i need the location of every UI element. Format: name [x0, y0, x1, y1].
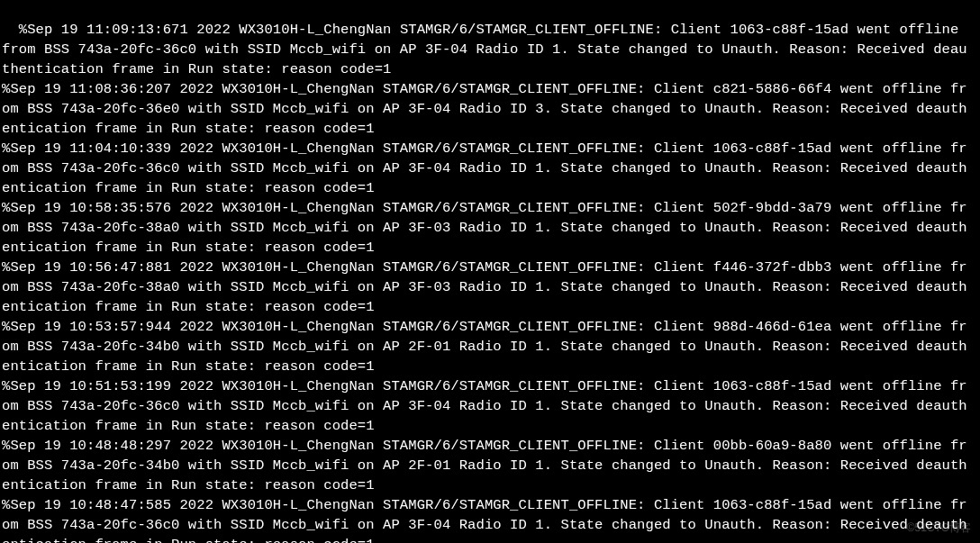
log-lines: %Sep 19 11:09:13:671 2022 WX3010H-L_Chen… [2, 22, 967, 543]
terminal-output[interactable]: %Sep 19 11:09:13:671 2022 WX3010H-L_Chen… [0, 0, 976, 543]
watermark-label: ©51CTO博客 [907, 518, 971, 538]
